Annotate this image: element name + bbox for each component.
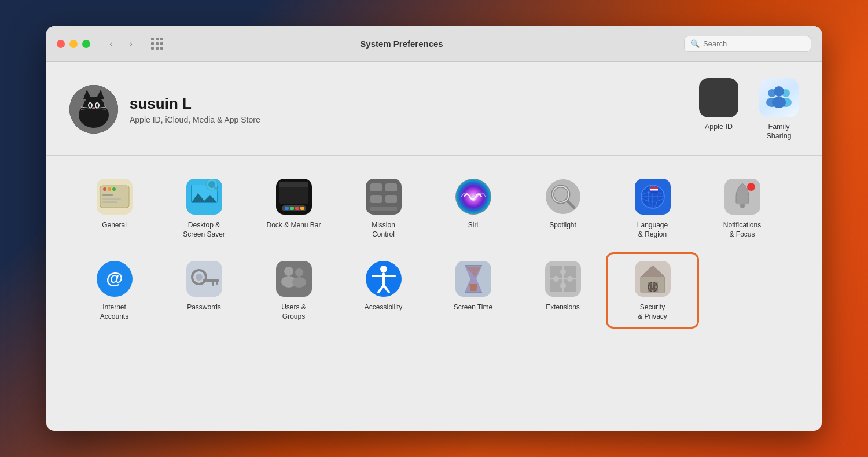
mission-control-label: MissionControl	[372, 220, 395, 239]
apple-id-button[interactable]: Apple ID	[699, 78, 738, 131]
general-label: General	[102, 220, 127, 230]
svg-point-19	[772, 97, 786, 108]
desktop-screensaver-icon	[186, 179, 222, 215]
mission-control-icon	[366, 179, 402, 215]
maximize-button[interactable]	[82, 40, 90, 48]
profile-section: susuin L Apple ID, iCloud, Media & App S…	[46, 62, 822, 156]
family-sharing-button[interactable]: FamilySharing	[759, 78, 799, 141]
desktop-screensaver-label: Desktop &Screen Saver	[183, 220, 225, 239]
svg-point-24	[112, 187, 116, 191]
siri-label: Siri	[468, 220, 478, 230]
window-title: System Preferences	[126, 39, 677, 49]
svg-point-22	[103, 187, 106, 191]
family-sharing-icon	[759, 78, 799, 117]
pref-notifications-focus[interactable]: Notifications& Focus	[697, 172, 787, 245]
svg-rect-46	[385, 183, 397, 191]
apple-id-icon	[699, 78, 738, 117]
prefs-row-1: General	[69, 172, 799, 245]
spotlight-icon	[545, 179, 581, 215]
close-button[interactable]	[57, 40, 65, 48]
pref-dock-menubar[interactable]: Dock & Menu Bar	[249, 172, 339, 235]
svg-point-114	[655, 286, 657, 288]
svg-rect-27	[102, 201, 117, 203]
svg-rect-45	[370, 183, 382, 191]
svg-rect-43	[300, 207, 304, 210]
passwords-icon	[186, 261, 222, 297]
user-info: susuin L Apple ID, iCloud, Media & App S…	[130, 95, 699, 124]
pref-passwords[interactable]: Passwords	[159, 254, 249, 318]
traffic-lights	[57, 40, 90, 48]
svg-rect-40	[285, 207, 289, 210]
svg-point-2	[83, 97, 104, 115]
svg-rect-26	[102, 198, 121, 200]
pref-language-region[interactable]: Language& Region	[608, 172, 697, 245]
svg-point-103	[560, 283, 566, 289]
svg-rect-42	[295, 207, 299, 210]
passwords-label: Passwords	[187, 303, 221, 312]
search-input[interactable]	[703, 39, 805, 48]
pref-internet-accounts[interactable]: @ InternetAccounts	[69, 254, 159, 327]
avatar[interactable]	[69, 85, 118, 134]
pref-siri[interactable]: Siri	[428, 172, 518, 235]
screen-time-label: Screen Time	[454, 303, 492, 312]
svg-rect-41	[290, 207, 294, 210]
general-icon	[97, 179, 133, 215]
svg-rect-64	[650, 189, 658, 190]
security-privacy-icon	[635, 261, 671, 297]
svg-point-75	[196, 274, 203, 281]
extensions-icon	[545, 261, 581, 297]
svg-point-7	[89, 104, 91, 108]
svg-point-9	[92, 107, 95, 109]
content-area: susuin L Apple ID, iCloud, Media & App S…	[46, 62, 822, 431]
user-name: susuin L	[130, 95, 699, 113]
spotlight-label: Spotlight	[549, 220, 576, 230]
extensions-label: Extensions	[546, 303, 580, 312]
svg-point-113	[652, 282, 653, 283]
svg-point-102	[560, 269, 566, 275]
language-region-label: Language& Region	[637, 220, 668, 239]
pref-security-privacy[interactable]: Security& Privacy	[608, 254, 697, 327]
svg-rect-48	[385, 195, 397, 203]
internet-accounts-icon: @	[97, 261, 133, 297]
minimize-button[interactable]	[69, 40, 78, 48]
users-groups-label: Users &Groups	[281, 303, 306, 321]
security-privacy-label: Security& Privacy	[638, 303, 667, 321]
pref-desktop-screensaver[interactable]: Desktop &Screen Saver	[159, 172, 249, 245]
cat-svg	[69, 85, 118, 134]
pref-spotlight[interactable]: Spotlight	[518, 172, 608, 235]
back-button[interactable]: ‹	[103, 36, 119, 52]
pref-users-groups[interactable]: Users &Groups	[249, 254, 339, 327]
pref-extensions[interactable]: Extensions	[518, 254, 608, 318]
accessibility-icon	[366, 261, 402, 297]
internet-accounts-label: InternetAccounts	[100, 303, 128, 321]
pref-accessibility[interactable]: Accessibility	[339, 254, 428, 318]
svg-point-85	[380, 266, 387, 272]
svg-point-23	[108, 187, 111, 191]
family-sharing-svg	[764, 85, 794, 110]
svg-point-18	[774, 86, 784, 97]
svg-point-104	[553, 276, 559, 282]
top-right-icons: Apple ID	[699, 78, 799, 141]
svg-rect-38	[279, 182, 308, 187]
pref-mission-control[interactable]: MissionControl	[339, 172, 428, 245]
preferences-grid: General	[46, 156, 822, 432]
pref-general[interactable]: General	[69, 172, 159, 235]
notifications-focus-icon	[724, 179, 760, 215]
search-icon: 🔍	[690, 39, 700, 48]
svg-point-68	[740, 204, 745, 208]
svg-point-80	[284, 267, 293, 276]
svg-point-115	[652, 290, 653, 292]
pref-screen-time[interactable]: Screen Time	[428, 254, 518, 318]
svg-rect-63	[650, 187, 658, 189]
svg-point-105	[567, 276, 573, 282]
user-subtitle: Apple ID, iCloud, Media & App Store	[130, 115, 699, 124]
svg-point-82	[295, 268, 303, 277]
dock-menubar-label: Dock & Menu Bar	[266, 220, 321, 230]
dock-menubar-icon	[276, 179, 312, 215]
notifications-focus-label: Notifications& Focus	[723, 220, 761, 239]
language-region-icon	[635, 179, 671, 215]
svg-text:@: @	[106, 268, 123, 288]
svg-rect-47	[370, 195, 382, 203]
search-bar[interactable]: 🔍	[684, 36, 811, 52]
family-sharing-label: FamilySharing	[766, 122, 791, 141]
